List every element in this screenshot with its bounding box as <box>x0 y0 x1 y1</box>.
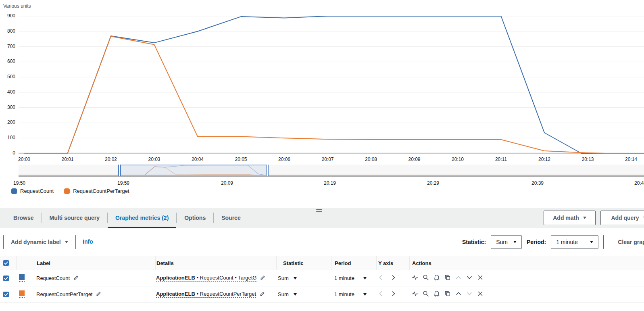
yaxis-cell <box>376 270 409 286</box>
chevron-down-icon <box>583 217 586 219</box>
scrubber-selection[interactable] <box>121 165 267 176</box>
actions-cell <box>409 286 644 302</box>
chevron-right-icon[interactable] <box>390 290 396 298</box>
scrubber-baseline <box>19 175 644 176</box>
scrubber-time-label: 19:59 <box>117 180 129 186</box>
alarm-icon[interactable] <box>434 290 440 298</box>
mini-series-requestcountpertarget <box>20 167 644 175</box>
details-cell: ApplicationELB • RequestCount • TargetG <box>155 270 276 286</box>
metric-details[interactable]: ApplicationELB • RequestCount • TargetG <box>156 275 256 282</box>
chevron-right-icon[interactable] <box>390 274 396 282</box>
legend-item-requestcountpertarget[interactable]: RequestCountPerTarget <box>64 188 129 194</box>
period-label: Period: <box>527 239 546 245</box>
metric-row-requestcount: RequestCount ApplicationELB • RequestCou… <box>0 270 644 286</box>
scrubber-time-label: 20:49 <box>634 180 644 186</box>
tab-source[interactable]: Source <box>214 208 248 228</box>
mini-series-requestcount <box>20 165 644 176</box>
move-down-icon[interactable] <box>466 274 473 282</box>
legend-label: RequestCount <box>20 188 54 194</box>
alarm-icon[interactable] <box>434 274 440 282</box>
row-statistic-value: Sum <box>278 275 289 281</box>
metric-color-swatch <box>19 274 25 280</box>
add-math-label: Add math <box>553 215 579 221</box>
label-cell: RequestCountPerTarget <box>35 286 155 302</box>
duplicate-icon[interactable] <box>444 290 451 298</box>
scrubber-handle-right[interactable] <box>266 165 269 176</box>
row-checkbox[interactable] <box>3 276 9 281</box>
row-checkbox[interactable] <box>3 292 9 297</box>
tab-multi-source-query[interactable]: Multi source query <box>42 208 107 228</box>
header-select-all-cell <box>0 256 16 270</box>
info-link[interactable]: Info <box>83 238 93 245</box>
statistic-period-controls: Statistic: Sum Period: 1 minute Clear gr… <box>462 235 644 249</box>
legend-swatch <box>64 188 70 194</box>
column-header-label: Label <box>35 256 155 270</box>
metric-color-swatch <box>19 290 25 296</box>
chevron-left-icon[interactable] <box>378 274 384 282</box>
metric-details[interactable]: ApplicationELB • RequestCountPerTarget <box>156 291 256 298</box>
zoom-icon[interactable] <box>423 290 429 298</box>
period-value: 1 minute <box>556 239 578 245</box>
chevron-down-icon[interactable] <box>294 277 297 280</box>
add-query-button[interactable]: Add query <box>600 211 644 225</box>
pencil-icon[interactable] <box>96 290 102 298</box>
metric-namespace: ApplicationELB <box>156 275 195 281</box>
legend-swatch <box>11 188 17 194</box>
period-select[interactable]: 1 minute <box>551 235 598 249</box>
period-cell: 1 minute <box>331 286 376 302</box>
color-swatch-button[interactable] <box>19 290 25 298</box>
column-header-details: Details <box>155 256 276 270</box>
pencil-icon[interactable] <box>73 274 79 282</box>
metric-label: RequestCountPerTarget <box>36 291 92 297</box>
clear-graph-label: Clear graph <box>618 239 644 245</box>
scrubber-time-label: 19:50 <box>13 180 25 186</box>
add-math-button[interactable]: Add math <box>544 211 596 225</box>
scrubber-handle-left[interactable] <box>118 165 121 176</box>
remove-icon[interactable] <box>477 290 484 298</box>
statistic-label: Statistic: <box>462 239 486 245</box>
scrubber-time-label: 20:19 <box>324 180 336 186</box>
tab-graphed-metrics-2[interactable]: Graphed metrics (2) <box>108 208 176 228</box>
chevron-down-icon[interactable] <box>294 293 297 296</box>
metrics-table-body: RequestCount ApplicationELB • RequestCou… <box>0 270 644 303</box>
row-statistic-value: Sum <box>278 291 289 297</box>
clear-graph-button[interactable]: Clear graph <box>603 235 644 249</box>
chevron-down-icon[interactable] <box>363 293 367 296</box>
pencil-icon[interactable] <box>260 274 266 282</box>
pulse-icon[interactable] <box>412 290 418 298</box>
row-period-value: 1 minute <box>334 275 354 281</box>
chevron-down-icon[interactable] <box>363 277 367 280</box>
legend-item-requestcount[interactable]: RequestCount <box>11 188 54 194</box>
row-period-value: 1 minute <box>334 291 354 297</box>
chevron-left-icon[interactable] <box>378 290 384 298</box>
row-select-cell <box>0 270 16 286</box>
move-up-icon[interactable] <box>455 290 462 298</box>
period-cell: 1 minute <box>331 270 376 286</box>
duplicate-icon[interactable] <box>444 274 451 282</box>
add-dynamic-label-button[interactable]: Add dynamic label <box>3 235 76 249</box>
time-range-scrubber[interactable] <box>19 165 644 176</box>
metrics-line-chart[interactable] <box>0 0 644 161</box>
statistic-cell: Sum <box>276 286 331 302</box>
yaxis-cell <box>376 286 409 302</box>
chart-series-lines <box>24 16 644 153</box>
row-color-cell <box>16 286 35 302</box>
pulse-icon[interactable] <box>412 274 418 282</box>
select-all-checkbox[interactable] <box>3 260 9 266</box>
tab-browse[interactable]: Browse <box>6 208 42 228</box>
move-down-icon[interactable] <box>466 290 473 298</box>
resize-drag-handle-icon[interactable] <box>316 209 322 212</box>
metric-label: RequestCount <box>36 275 70 281</box>
panel-tab-bar: BrowseMulti source queryGraphed metrics … <box>0 208 644 228</box>
remove-icon[interactable] <box>477 274 484 282</box>
statistic-select[interactable]: Sum <box>491 235 522 249</box>
move-up-icon[interactable] <box>455 274 462 282</box>
zoom-icon[interactable] <box>423 274 429 282</box>
tab-options[interactable]: Options <box>177 208 213 228</box>
color-swatch-button[interactable] <box>19 274 25 282</box>
column-header-statistic: Statistic <box>276 256 331 270</box>
column-header-actions: Actions <box>409 256 644 270</box>
pencil-icon[interactable] <box>259 290 266 298</box>
row-color-cell <box>16 270 35 286</box>
chevron-down-icon <box>513 241 517 243</box>
